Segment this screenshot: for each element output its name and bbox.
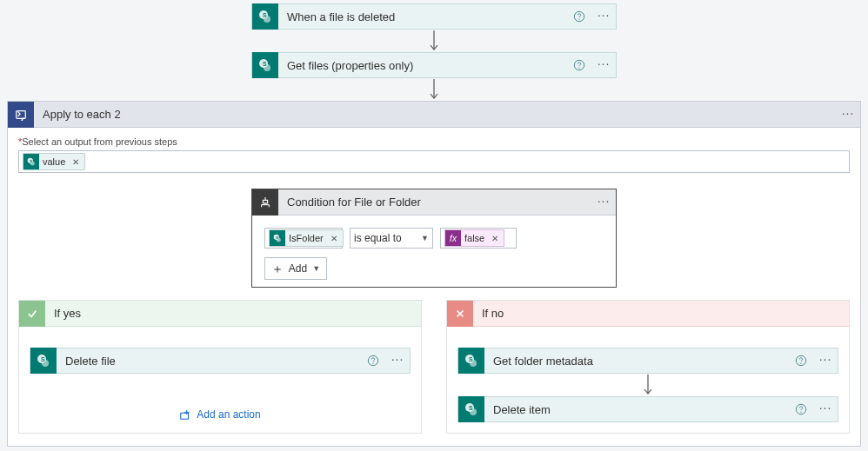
plus-icon: ＋ bbox=[271, 262, 284, 275]
cross-icon bbox=[447, 301, 473, 327]
operator-text: is equal to bbox=[354, 232, 402, 244]
token-text: false bbox=[464, 233, 484, 243]
if-yes-header[interactable]: If yes bbox=[19, 301, 421, 327]
ate-input-label: *Select an output from previous steps bbox=[18, 136, 850, 147]
if-yes-label: If yes bbox=[45, 307, 90, 320]
apply-to-each-container: Apply to each 2 ··· *Select an output fr… bbox=[7, 101, 861, 447]
condition-icon bbox=[252, 189, 278, 216]
help-icon[interactable] bbox=[567, 59, 591, 71]
condition-right-operand[interactable]: fx false ✕ bbox=[440, 228, 517, 249]
condition-card: Condition for File or Folder ··· IsFolde… bbox=[251, 189, 617, 288]
more-icon[interactable]: ··· bbox=[836, 106, 860, 123]
if-yes-branch: If yes Delete file ··· Add an action bbox=[18, 300, 422, 434]
action-title: Delete file bbox=[57, 355, 361, 368]
add-condition-button[interactable]: ＋ Add ▼ bbox=[264, 257, 327, 280]
action-title: Get folder metadata bbox=[484, 355, 789, 368]
more-icon[interactable]: ··· bbox=[385, 352, 410, 369]
help-icon[interactable] bbox=[567, 10, 591, 23]
flow-arrow-icon bbox=[428, 78, 440, 101]
ate-input-field[interactable]: value ✕ bbox=[18, 150, 850, 173]
dynamic-token-isfolder[interactable]: IsFolder ✕ bbox=[269, 229, 344, 247]
condition-left-operand[interactable]: IsFolder ✕ bbox=[264, 228, 343, 249]
flow-arrow-icon bbox=[428, 30, 440, 52]
condition-header[interactable]: Condition for File or Folder ··· bbox=[252, 189, 616, 216]
token-text: IsFolder bbox=[289, 233, 324, 243]
action-get-folder-metadata[interactable]: Get folder metadata ··· bbox=[457, 348, 838, 374]
chevron-down-icon: ▼ bbox=[312, 264, 320, 273]
add-action-icon bbox=[179, 408, 191, 421]
more-icon[interactable]: ··· bbox=[591, 8, 616, 25]
more-icon[interactable]: ··· bbox=[591, 194, 616, 211]
help-icon[interactable] bbox=[789, 355, 813, 367]
sharepoint-icon bbox=[270, 230, 285, 246]
trigger-when-file-deleted[interactable]: When a file is deleted ··· bbox=[251, 3, 617, 30]
action-delete-file[interactable]: Delete file ··· bbox=[30, 348, 411, 374]
help-icon[interactable] bbox=[361, 355, 385, 367]
action-title: Delete item bbox=[484, 403, 789, 416]
condition-title: Condition for File or Folder bbox=[278, 196, 591, 209]
add-action-link[interactable]: Add an action bbox=[179, 408, 260, 421]
fx-icon: fx bbox=[445, 230, 461, 246]
expression-token-false[interactable]: fx false ✕ bbox=[444, 229, 504, 247]
sharepoint-icon bbox=[252, 3, 278, 30]
condition-operator-select[interactable]: is equal to ▼ bbox=[350, 228, 433, 249]
more-icon[interactable]: ··· bbox=[591, 56, 616, 74]
remove-token-icon[interactable]: ✕ bbox=[72, 157, 79, 167]
if-no-header[interactable]: If no bbox=[447, 301, 849, 327]
flow-arrow-icon bbox=[642, 374, 654, 396]
sharepoint-icon bbox=[23, 154, 39, 169]
help-icon[interactable] bbox=[789, 403, 813, 415]
remove-token-icon[interactable]: ✕ bbox=[331, 234, 337, 243]
loop-icon bbox=[8, 102, 34, 128]
chevron-down-icon: ▼ bbox=[421, 234, 429, 242]
if-no-branch: If no Get folder metadata ··· Delete ite… bbox=[446, 300, 850, 434]
action-title: When a file is deleted bbox=[278, 10, 567, 23]
token-text: value bbox=[43, 156, 65, 167]
action-title: Get files (properties only) bbox=[278, 59, 567, 72]
add-label: Add bbox=[289, 262, 307, 275]
more-icon[interactable]: ··· bbox=[813, 401, 838, 418]
check-icon bbox=[19, 301, 45, 327]
apply-to-each-title: Apply to each 2 bbox=[34, 108, 836, 121]
sharepoint-icon bbox=[252, 52, 278, 78]
apply-to-each-header[interactable]: Apply to each 2 ··· bbox=[8, 102, 860, 128]
dynamic-token-value[interactable]: value ✕ bbox=[23, 153, 85, 170]
action-delete-item[interactable]: Delete item ··· bbox=[457, 396, 838, 422]
remove-token-icon[interactable]: ✕ bbox=[491, 234, 498, 243]
add-action-label: Add an action bbox=[197, 408, 260, 421]
sharepoint-icon bbox=[30, 348, 57, 374]
sharepoint-icon bbox=[458, 348, 484, 374]
sharepoint-icon bbox=[458, 396, 484, 422]
more-icon[interactable]: ··· bbox=[813, 352, 838, 369]
action-get-files[interactable]: Get files (properties only) ··· bbox=[251, 52, 617, 78]
if-no-label: If no bbox=[473, 307, 512, 320]
